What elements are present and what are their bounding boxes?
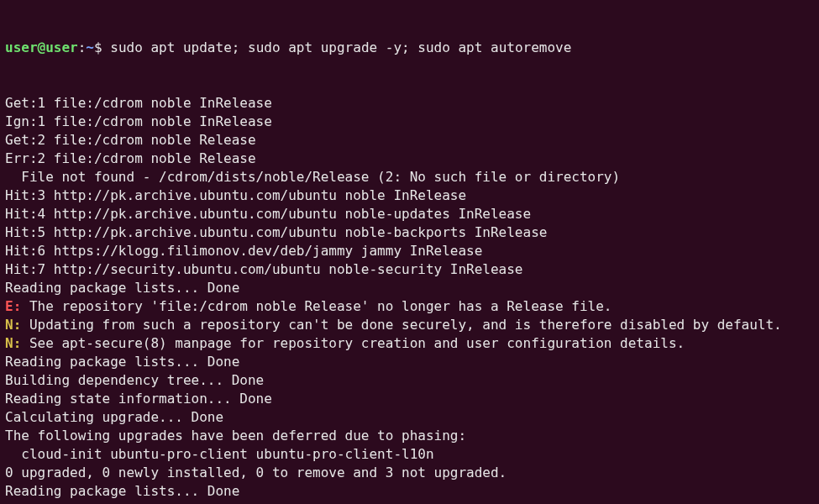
- command: sudo apt update; sudo apt upgrade -y; su…: [110, 39, 571, 55]
- command-text: [102, 39, 111, 55]
- output-line: Hit:7 http://security.ubuntu.com/ubuntu …: [5, 260, 814, 279]
- output-text: Updating from such a repository can't be…: [21, 317, 781, 333]
- output-text: Reading package lists... Done: [5, 354, 239, 370]
- output-text: See apt-secure(8) manpage for repository…: [21, 335, 685, 351]
- output-text: The repository 'file:/cdrom noble Releas…: [21, 298, 612, 314]
- output-line: N: Updating from such a repository can't…: [5, 316, 814, 334]
- output-line: Ign:1 file:/cdrom noble InRelease: [5, 113, 814, 131]
- output-line: Reading state information... Done: [5, 390, 814, 408]
- error-prefix: E:: [5, 298, 21, 314]
- output-text: Reading state information... Done: [5, 391, 272, 407]
- prompt-line-1: user@user:~$ sudo apt update; sudo apt u…: [5, 39, 814, 57]
- output-text: Err:2 file:/cdrom noble Release: [5, 150, 256, 166]
- output-line: Hit:3 http://pk.archive.ubuntu.com/ubunt…: [5, 186, 814, 205]
- output-text: Hit:4 http://pk.archive.ubuntu.com/ubunt…: [5, 206, 531, 222]
- terminal-output: Get:1 file:/cdrom noble InReleaseIgn:1 f…: [5, 94, 814, 504]
- output-text: Hit:6 https://klogg.filimonov.dev/deb/ja…: [5, 243, 482, 259]
- output-text: Get:2 file:/cdrom noble Release: [5, 132, 256, 148]
- output-line: File not found - /cdrom/dists/noble/Rele…: [5, 168, 814, 186]
- output-text: Reading package lists... Done: [5, 483, 239, 499]
- output-line: Building dependency tree... Done: [5, 501, 814, 504]
- output-line: cloud-init ubuntu-pro-client ubuntu-pro-…: [5, 445, 814, 464]
- notice-prefix: N:: [5, 317, 21, 333]
- terminal[interactable]: user@user:~$ sudo apt update; sudo apt u…: [0, 0, 819, 504]
- prompt-sep: :: [78, 39, 87, 55]
- output-line: Hit:6 https://klogg.filimonov.dev/deb/ja…: [5, 242, 814, 260]
- output-text: File not found - /cdrom/dists/noble/Rele…: [5, 169, 620, 185]
- output-line: Building dependency tree... Done: [5, 371, 814, 390]
- output-line: Get:2 file:/cdrom noble Release: [5, 131, 814, 150]
- notice-prefix: N:: [5, 335, 21, 351]
- output-line: E: The repository 'file:/cdrom noble Rel…: [5, 297, 814, 316]
- output-line: Get:1 file:/cdrom noble InRelease: [5, 94, 814, 113]
- output-text: Hit:5 http://pk.archive.ubuntu.com/ubunt…: [5, 224, 547, 240]
- output-text: Get:1 file:/cdrom noble InRelease: [5, 95, 272, 111]
- output-line: 0 upgraded, 0 newly installed, 0 to remo…: [5, 464, 814, 482]
- output-line: N: See apt-secure(8) manpage for reposit…: [5, 334, 814, 353]
- output-line: Reading package lists... Done: [5, 279, 814, 297]
- output-text: Calculating upgrade... Done: [5, 409, 223, 425]
- prompt-symbol: $: [94, 39, 102, 55]
- output-line: Calculating upgrade... Done: [5, 408, 814, 427]
- output-text: cloud-init ubuntu-pro-client ubuntu-pro-…: [5, 446, 434, 462]
- output-text: 0 upgraded, 0 newly installed, 0 to remo…: [5, 465, 507, 480]
- prompt-user: user@user: [5, 39, 78, 55]
- output-line: Err:2 file:/cdrom noble Release: [5, 150, 814, 168]
- prompt-path: ~: [86, 39, 94, 55]
- output-line: Hit:4 http://pk.archive.ubuntu.com/ubunt…: [5, 205, 814, 223]
- output-line: Reading package lists... Done: [5, 353, 814, 371]
- output-text: Hit:7 http://security.ubuntu.com/ubuntu …: [5, 261, 523, 277]
- output-text: The following upgrades have been deferre…: [5, 428, 466, 444]
- output-text: Ign:1 file:/cdrom noble InRelease: [5, 113, 272, 129]
- output-line: Reading package lists... Done: [5, 482, 814, 501]
- output-text: Hit:3 http://pk.archive.ubuntu.com/ubunt…: [5, 187, 466, 203]
- output-text: Reading package lists... Done: [5, 280, 239, 296]
- output-line: The following upgrades have been deferre…: [5, 427, 814, 445]
- output-text: Building dependency tree... Done: [5, 372, 264, 388]
- output-line: Hit:5 http://pk.archive.ubuntu.com/ubunt…: [5, 223, 814, 242]
